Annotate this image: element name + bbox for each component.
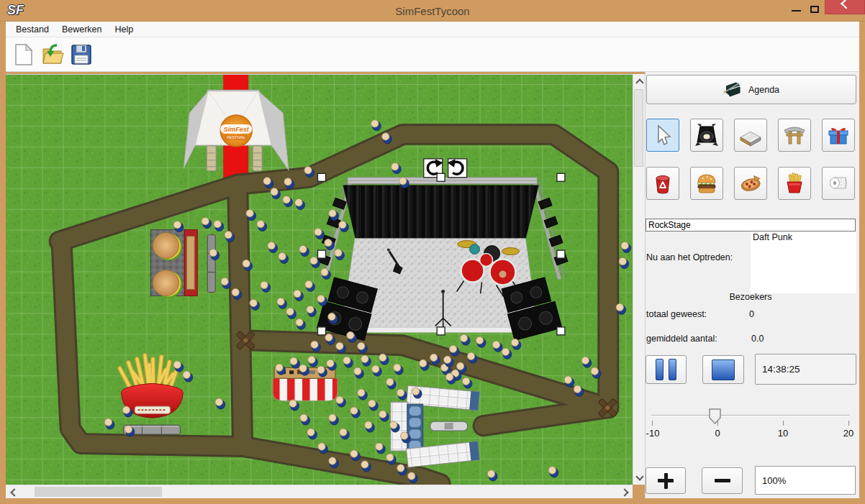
- menu-bar: Bestand Bewerken Help: [6, 22, 859, 37]
- now-playing-label: Nu aan het Optreden:: [646, 252, 733, 262]
- slider-tick: [848, 421, 849, 426]
- vertical-scroll-thumb[interactable]: [634, 89, 643, 167]
- average-visitors-value: 0.0: [751, 334, 764, 344]
- stage-name-input[interactable]: [646, 219, 856, 232]
- stop-icon: [712, 359, 735, 380]
- tool-fries-button[interactable]: [778, 167, 811, 200]
- bench[interactable]: [430, 421, 468, 431]
- title-bar[interactable]: SF SimFestTycoon: [0, 0, 865, 22]
- plus-icon: [658, 473, 674, 489]
- burger-stand[interactable]: [150, 230, 197, 298]
- menu-bestand[interactable]: Bestand: [9, 24, 55, 35]
- tent-logo-text: SimFest: [224, 126, 250, 133]
- horizontal-scroll-thumb[interactable]: [35, 487, 162, 497]
- spotlight-icon: [694, 123, 719, 147]
- selection-handle[interactable]: [318, 173, 326, 181]
- speed-slider-thumb[interactable]: [709, 408, 721, 424]
- tool-trashcan-button[interactable]: [646, 167, 679, 200]
- clock-display: 14:38:25: [755, 354, 856, 385]
- agenda-book-icon: [723, 81, 742, 98]
- pause-icon: [656, 359, 676, 380]
- slider-tick: [783, 421, 784, 426]
- gate-icon: [782, 123, 807, 147]
- path-tile-icon: [738, 123, 763, 147]
- selection-handle[interactable]: [437, 327, 445, 335]
- cursor-icon: [651, 123, 675, 147]
- stop-button[interactable]: [702, 355, 744, 384]
- trashcan-icon: [651, 171, 675, 196]
- slider-label-min: -10: [646, 428, 660, 439]
- selection-handle[interactable]: [557, 173, 565, 181]
- maximize-icon[interactable]: [810, 6, 819, 13]
- selection-handle[interactable]: [557, 250, 565, 258]
- selection-handle[interactable]: [557, 327, 565, 335]
- minimize-icon[interactable]: [792, 10, 801, 12]
- speed-slider-track[interactable]: [651, 415, 850, 416]
- tool-select-button[interactable]: [646, 119, 679, 152]
- fries-icon: [782, 171, 807, 196]
- toilet-paper-icon: [826, 171, 851, 196]
- tool-spotlight-button[interactable]: [690, 119, 723, 152]
- total-visitors-value: 0: [749, 309, 754, 319]
- scroll-up-icon[interactable]: [635, 78, 643, 86]
- new-file-icon[interactable]: [12, 42, 36, 67]
- selection-handle[interactable]: [318, 250, 326, 258]
- selection-handle[interactable]: [318, 327, 326, 335]
- close-button[interactable]: [825, 0, 865, 14]
- tool-gift-button[interactable]: [822, 119, 855, 152]
- scroll-down-icon[interactable]: [635, 472, 643, 480]
- agenda-button[interactable]: Agenda: [646, 75, 856, 104]
- slider-label-ten: 10: [778, 428, 788, 439]
- scroll-right-icon[interactable]: [620, 488, 628, 496]
- slider-label-zero: 0: [715, 428, 720, 439]
- burger-icon: [694, 171, 719, 196]
- scroll-left-icon[interactable]: [10, 488, 18, 496]
- tool-toilet-paper-button[interactable]: [822, 167, 855, 200]
- tool-burger-button[interactable]: [690, 167, 723, 200]
- visitors-header: Bezoekers: [646, 292, 856, 302]
- tent-logo-subtext: FESTIVAL: [227, 135, 245, 139]
- selection-handle[interactable]: [437, 173, 445, 181]
- festival-map-canvas[interactable]: SimFest FESTIVAL: [6, 74, 633, 485]
- window-frame-right: [859, 22, 865, 504]
- average-visitors-label: gemiddeld aantal:: [646, 334, 717, 344]
- zoom-in-button[interactable]: [646, 467, 686, 494]
- gift-icon: [826, 123, 851, 147]
- tool-gate-button[interactable]: [778, 119, 811, 152]
- pause-button[interactable]: [646, 355, 687, 384]
- window-title: SimFestTycoon: [0, 5, 865, 17]
- menu-help[interactable]: Help: [108, 24, 140, 35]
- menu-bewerken[interactable]: Bewerken: [55, 24, 109, 35]
- tool-path-tile-button[interactable]: [734, 119, 767, 152]
- rotate-cw-button[interactable]: [448, 159, 467, 178]
- tool-pizza-button[interactable]: [734, 167, 767, 200]
- total-visitors-label: totaal geweest:: [646, 309, 707, 319]
- zoom-level-display: 100%: [755, 466, 856, 495]
- pizza-icon: [738, 171, 763, 196]
- bench[interactable]: [207, 235, 215, 293]
- slider-label-max: 20: [843, 428, 853, 439]
- agenda-label: Agenda: [748, 85, 779, 95]
- open-file-icon[interactable]: [40, 42, 65, 67]
- file-toolbar: [6, 37, 859, 72]
- now-playing-value: Daft Punk: [751, 232, 856, 293]
- minus-icon: [715, 479, 730, 482]
- slider-tick: [652, 421, 653, 426]
- zoom-out-button[interactable]: [702, 467, 743, 494]
- window-frame-left: [0, 22, 6, 504]
- side-panel: Agenda: [645, 72, 859, 498]
- window-frame-bottom: [0, 498, 865, 504]
- save-file-icon[interactable]: [69, 42, 94, 67]
